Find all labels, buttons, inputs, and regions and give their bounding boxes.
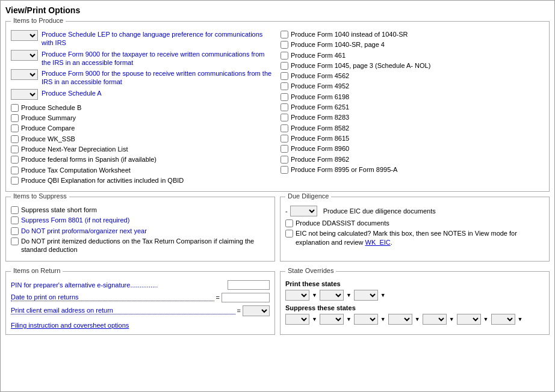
ddassist-label: Produce DDASSIST documents — [296, 219, 389, 227]
form-1040sr-page4-row: Produce Form 1040-SR, page 4 — [281, 40, 544, 49]
form-4952-row: Produce Form 4952 — [281, 82, 544, 90]
no-proforma-row: Do NOT print proforma/organizer next yea… — [11, 227, 270, 235]
eic-select[interactable] — [290, 206, 317, 216]
filing-instruction-link[interactable]: Filing instruction and coversheet option… — [11, 322, 129, 329]
form-8582-label: Produce Form 8582 — [291, 124, 349, 132]
form-8283-label: Produce Form 8283 — [291, 113, 349, 121]
form-8962-checkbox[interactable] — [281, 156, 288, 164]
next-year-dep-checkbox[interactable] — [11, 145, 19, 153]
eic-note-row: EIC not being calculated? Mark this box,… — [285, 229, 544, 247]
form-9000-spouse-select[interactable] — [11, 69, 38, 80]
form-1040-instead-row: Produce Form 1040 instead of 1040-SR — [281, 30, 544, 38]
suppress-state-6-arrow: ▼ — [483, 316, 489, 322]
form-8615-label: Produce Form 8615 — [291, 134, 349, 142]
print-state-3[interactable] — [354, 290, 378, 301]
form-4562-checkbox[interactable] — [281, 72, 288, 80]
no-proforma-checkbox[interactable] — [11, 227, 19, 235]
form-1040-instead-label: Produce Form 1040 instead of 1040-SR — [291, 30, 408, 38]
date-print-input[interactable] — [222, 293, 270, 302]
items-on-return-section: Items on Return PIN for preparer's alter… — [5, 271, 275, 335]
form-8582-checkbox[interactable] — [281, 124, 288, 132]
form-6251-row: Produce Form 6251 — [281, 103, 544, 111]
print-email-select[interactable] — [243, 305, 270, 316]
suppress-form-8801-checkbox[interactable] — [11, 216, 19, 224]
main-window: View/Print Options Items to Produce Prod… — [0, 0, 555, 392]
print-these-states-label: Print these states — [285, 280, 544, 287]
print-state-2[interactable] — [320, 290, 344, 301]
form-461-label: Produce Form 461 — [291, 51, 346, 60]
form-8615-checkbox[interactable] — [281, 135, 288, 142]
suppress-state-2[interactable] — [320, 314, 344, 325]
form-4562-label: Produce Form 4562 — [291, 72, 349, 80]
wk-ssb-label: Produce WK_SSB — [21, 135, 75, 143]
print-email-row: Print client email address on return = — [11, 305, 270, 316]
suppress-state-short-checkbox[interactable] — [11, 206, 19, 214]
wk-ssb-row: Produce WK_SSB — [11, 135, 274, 143]
schedule-lep-select[interactable] — [11, 30, 38, 41]
form-8995-checkbox[interactable] — [281, 166, 288, 174]
pin-input[interactable] — [228, 280, 270, 290]
schedule-b-checkbox[interactable] — [11, 104, 19, 112]
form-461-checkbox[interactable] — [281, 52, 288, 60]
form-4952-checkbox[interactable] — [281, 82, 288, 90]
form-8960-label: Produce Form 8960 — [291, 144, 349, 153]
form-6251-checkbox[interactable] — [281, 103, 288, 111]
ddassist-row: Produce DDASSIST documents — [285, 219, 544, 227]
print-email-label: Print client email address on return — [11, 307, 235, 314]
summary-checkbox[interactable] — [11, 114, 19, 122]
filing-instruction-link-row: Filing instruction and coversheet option… — [11, 321, 270, 329]
tax-computation-label: Produce Tax Computation Worksheet — [21, 166, 131, 174]
suppress-state-1[interactable] — [285, 314, 309, 325]
date-print-label: Date to print on returns — [11, 293, 214, 301]
schedule-a-select[interactable] — [11, 89, 38, 100]
form-1045-label: Produce Form 1045, page 3 (Schedule A- N… — [291, 61, 430, 70]
wk-ssb-checkbox[interactable] — [11, 135, 19, 143]
print-state-1[interactable] — [285, 290, 309, 301]
form-8962-label: Produce Form 8962 — [291, 155, 349, 164]
suppress-state-7[interactable] — [491, 314, 515, 325]
ddassist-checkbox[interactable] — [285, 219, 293, 227]
items-to-produce-title: Items to Produce — [11, 17, 66, 24]
qbi-explanation-checkbox[interactable] — [11, 177, 19, 185]
qbi-explanation-label: Produce QBI Explanation for activities i… — [21, 176, 184, 185]
form-4562-row: Produce Form 4562 — [281, 72, 544, 80]
compare-label: Produce Compare — [21, 124, 75, 132]
suppress-state-5[interactable] — [423, 314, 447, 325]
suppress-state-2-arrow: ▼ — [346, 316, 352, 322]
suppress-state-6[interactable] — [457, 314, 481, 325]
eic-note-checkbox[interactable] — [285, 230, 293, 237]
federal-spanish-checkbox[interactable] — [11, 156, 19, 164]
form-4952-label: Produce Form 4952 — [291, 82, 349, 90]
form-461-row: Produce Form 461 — [281, 51, 544, 60]
form-1040sr-page4-checkbox[interactable] — [281, 41, 288, 49]
wk-eic-link[interactable]: WK_EIC — [365, 239, 391, 246]
pin-row: PIN for preparer's alternative e-signatu… — [11, 280, 270, 290]
summary-label: Produce Summary — [21, 114, 76, 122]
form-6198-checkbox[interactable] — [281, 93, 288, 101]
form-9000-taxpayer-row: Produce Form 9000 for the taxpayer to re… — [11, 50, 274, 67]
eic-label: Produce EIC due diligence documents — [323, 207, 436, 215]
form-9000-taxpayer-select[interactable] — [11, 50, 38, 61]
suppress-state-3[interactable] — [354, 314, 378, 325]
due-diligence-title: Due Diligence — [285, 192, 331, 200]
suppress-state-short-row: Suppress state short form — [11, 206, 270, 214]
suppress-states-row: ▼ ▼ ▼ ▼ ▼ ▼ ▼ — [285, 314, 544, 325]
compare-checkbox[interactable] — [11, 124, 19, 132]
produce-left-col: Produce Schedule LEP to change language … — [11, 30, 274, 186]
form-6251-label: Produce Form 6251 — [291, 103, 349, 111]
form-1045-checkbox[interactable] — [281, 62, 288, 70]
suppress-state-4[interactable] — [388, 314, 412, 325]
form-8960-checkbox[interactable] — [281, 145, 288, 153]
date-equals: = — [216, 294, 220, 301]
print-state-3-arrow: ▼ — [380, 292, 386, 298]
form-8283-checkbox[interactable] — [281, 114, 288, 121]
no-proforma-label: Do NOT print proforma/organizer next yea… — [21, 227, 147, 235]
form-8962-row: Produce Form 8962 — [281, 155, 544, 164]
schedule-a-label: Produce Schedule A — [42, 89, 102, 97]
form-8960-row: Produce Form 8960 — [281, 144, 544, 153]
form-1040sr-page4-label: Produce Form 1040-SR, page 4 — [291, 40, 385, 49]
no-itemized-checkbox[interactable] — [11, 237, 19, 245]
suppress-these-states-label: Suppress these states — [285, 304, 544, 311]
form-1040-instead-checkbox[interactable] — [281, 31, 288, 38]
tax-computation-checkbox[interactable] — [11, 167, 19, 174]
